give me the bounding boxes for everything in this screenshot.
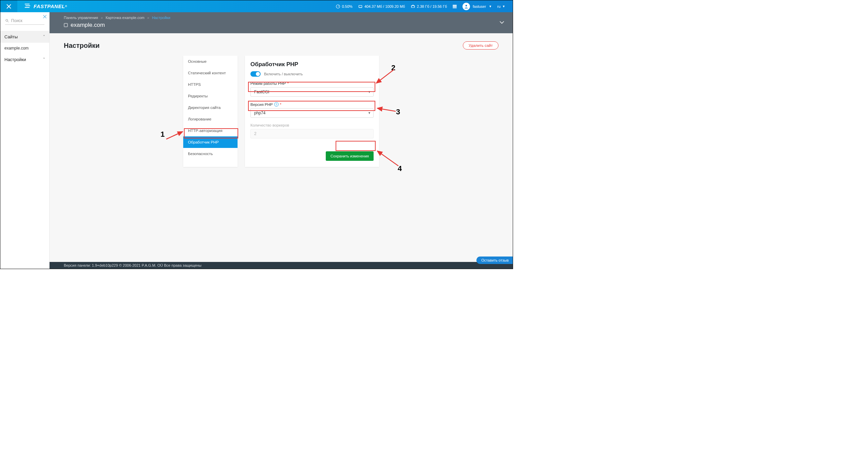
settings-tab[interactable]: HTTPS xyxy=(183,79,238,90)
settings-tab[interactable]: Обработчик PHP xyxy=(183,136,238,148)
help-icon[interactable]: ? xyxy=(274,102,279,107)
settings-tab[interactable]: Логирование xyxy=(183,113,238,125)
user-menu[interactable]: fastuser ▼ xyxy=(463,3,492,10)
enable-toggle[interactable] xyxy=(250,71,261,77)
form-title: Обработчик PHP xyxy=(250,61,374,68)
svg-rect-12 xyxy=(453,5,457,6)
sidebar-item-example[interactable]: example.com xyxy=(0,43,49,54)
disk-stat: 2.38 Гб / 19.56 Гб xyxy=(411,4,447,9)
disk-icon xyxy=(411,4,415,9)
memory-icon xyxy=(358,4,363,9)
logo[interactable]: FASTPANEL® xyxy=(25,3,67,9)
breadcrumb: Панель управления » Карточка example.com… xyxy=(64,16,498,20)
site-title: example.com xyxy=(71,22,105,29)
workers-input xyxy=(250,129,374,138)
svg-point-18 xyxy=(6,19,8,21)
settings-tabs: ОсновныеСтатический контентHTTPSРедирект… xyxy=(183,56,238,167)
logo-stripes-icon xyxy=(25,3,31,9)
svg-point-15 xyxy=(466,5,467,6)
settings-tab[interactable]: Редиректы xyxy=(183,90,238,102)
server-icon xyxy=(452,4,457,9)
lang-switch[interactable]: ru ▼ xyxy=(497,4,505,8)
logo-text: FASTPANEL xyxy=(34,3,65,9)
svg-rect-13 xyxy=(453,6,457,7)
chevron-up-icon: ˄ xyxy=(43,35,45,39)
svg-rect-14 xyxy=(453,7,457,8)
footer-text: Версия панели: 1.9+deb10p229 © 2006-2021… xyxy=(50,262,513,269)
mode-label: Режим работы PHP xyxy=(250,81,286,86)
pin-icon[interactable] xyxy=(42,14,47,20)
settings-tab[interactable]: HTTP-авторизация xyxy=(183,125,238,136)
chevron-down-icon: ▼ xyxy=(502,5,505,8)
gauge-icon xyxy=(336,4,340,9)
delete-site-button[interactable]: Удалить сайт xyxy=(463,41,498,50)
page-title: Настройки xyxy=(64,42,100,50)
svg-line-19 xyxy=(7,21,8,22)
chevron-down-icon: ˅ xyxy=(43,57,45,62)
workers-label: Количество воркеров xyxy=(250,123,289,127)
sub-header: Панель управления » Карточка example.com… xyxy=(50,12,513,33)
expand-toggle[interactable] xyxy=(498,19,505,27)
svg-rect-6 xyxy=(359,5,362,7)
settings-tab[interactable]: Статический контент xyxy=(183,67,238,79)
search-icon xyxy=(5,18,9,23)
php-mode-select[interactable]: FastCGI xyxy=(250,87,374,97)
avatar-icon xyxy=(463,3,470,10)
settings-tab[interactable]: Безопасность xyxy=(183,148,238,159)
username-label: fastuser xyxy=(473,4,486,8)
sidebar-section-sites[interactable]: Сайты ˄ xyxy=(0,31,49,43)
php-handler-form: Обработчик PHP Включить / выключить Режи… xyxy=(245,56,379,167)
feedback-button[interactable]: Оставить отзыв xyxy=(476,257,513,264)
sidebar-section-settings[interactable]: Настройки ˅ xyxy=(0,54,49,65)
toggle-label: Включить / выключить xyxy=(264,72,303,76)
close-button[interactable] xyxy=(0,0,17,12)
cpu-stat: 0.50% xyxy=(336,4,353,9)
main-area: Панель управления » Карточка example.com… xyxy=(50,12,513,269)
breadcrumb-current: Настройки xyxy=(152,16,170,20)
server-indicator[interactable] xyxy=(452,4,457,9)
settings-tab[interactable]: Директория сайта xyxy=(183,102,238,113)
left-sidebar: Сайты ˄ example.com Настройки ˅ xyxy=(0,12,50,269)
ram-stat: 404.37 Мб / 1009.20 Мб xyxy=(358,4,405,9)
status-indicator-icon xyxy=(64,23,68,27)
sidebar-section-label: Настройки xyxy=(4,57,26,62)
breadcrumb-link[interactable]: Панель управления xyxy=(64,16,98,20)
sidebar-section-label: Сайты xyxy=(4,34,18,39)
top-header: FASTPANEL® 0.50% 404.37 Мб / 1009.20 Мб … xyxy=(0,0,513,12)
chevron-down-icon: ▼ xyxy=(489,5,492,8)
search-input[interactable] xyxy=(11,18,44,23)
php-version-select[interactable]: php74 xyxy=(250,108,374,118)
breadcrumb-link[interactable]: Карточка example.com xyxy=(106,16,145,20)
settings-tab[interactable]: Основные xyxy=(183,56,238,67)
save-button[interactable]: Сохранить изменения xyxy=(326,151,374,161)
version-label: Версия PHP xyxy=(250,102,273,107)
